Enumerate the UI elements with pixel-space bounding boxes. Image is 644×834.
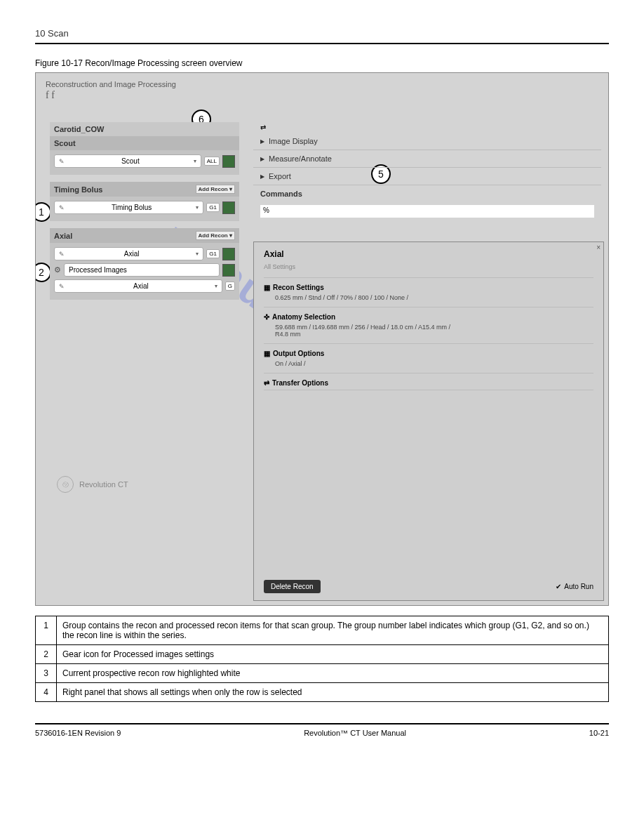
axial-dropdown-2[interactable]: Axial▾ (54, 279, 222, 293)
settings-panel: × Axial All Settings ▦ Recon Settings 0.… (253, 241, 604, 601)
commands-header: Commands (253, 185, 601, 202)
grid-icon[interactable] (222, 264, 235, 277)
add-recon-button[interactable]: Add Recon ▾ (196, 185, 235, 194)
app-title: Reconstruction and Image Processing (46, 80, 598, 88)
callout-2: 2 (35, 263, 51, 282)
delete-recon-button[interactable]: Delete Recon (264, 580, 321, 593)
scout-dropdown[interactable]: Scout▾ (54, 154, 201, 168)
app-subtitle: f f (46, 90, 598, 101)
app-window: manualshive.com Reconstruction and Image… (35, 72, 609, 606)
callout-1: 1 (35, 202, 51, 222)
brand-footer: ㋡ Revolution CT (57, 476, 128, 493)
protocol-title: Carotid_COW (50, 122, 239, 136)
accordion-image-display[interactable]: ▶Image Display (253, 133, 601, 150)
page-footer: 5736016-1EN Revision 9 Revolution™ CT Us… (35, 723, 609, 737)
ge-logo-icon: ㋡ (57, 476, 74, 493)
gear-icon[interactable]: ⚙ (54, 265, 61, 274)
axial-dropdown-1[interactable]: Axial▾ (54, 247, 203, 260)
figure-label: Figure 10-17 Recon/Image Processing scre… (35, 58, 609, 68)
accordion-export[interactable]: ▶Export (253, 168, 601, 185)
grid-icon[interactable] (222, 155, 235, 168)
add-recon-button[interactable]: Add Recon ▾ (196, 231, 235, 240)
processed-images-row[interactable]: Processed Images (64, 263, 220, 277)
panel-title: Axial (264, 249, 593, 259)
close-icon[interactable]: × (596, 244, 601, 251)
chapter-num: 10 Scan (35, 28, 69, 39)
description-table: 1Group contains the recon and processed … (35, 616, 609, 702)
commands-input[interactable]: % (260, 205, 594, 218)
badge-all: ALL (204, 157, 220, 166)
grid-icon[interactable] (222, 248, 235, 260)
grid-icon[interactable] (222, 201, 235, 214)
accordion-measure[interactable]: ▶Measure/Annotate (253, 150, 601, 168)
badge-g1: G1 (206, 203, 220, 212)
autorun-checkbox[interactable]: ✔ Auto Run (556, 583, 593, 590)
timing-dropdown[interactable]: Timing Bolus▾ (54, 201, 203, 214)
